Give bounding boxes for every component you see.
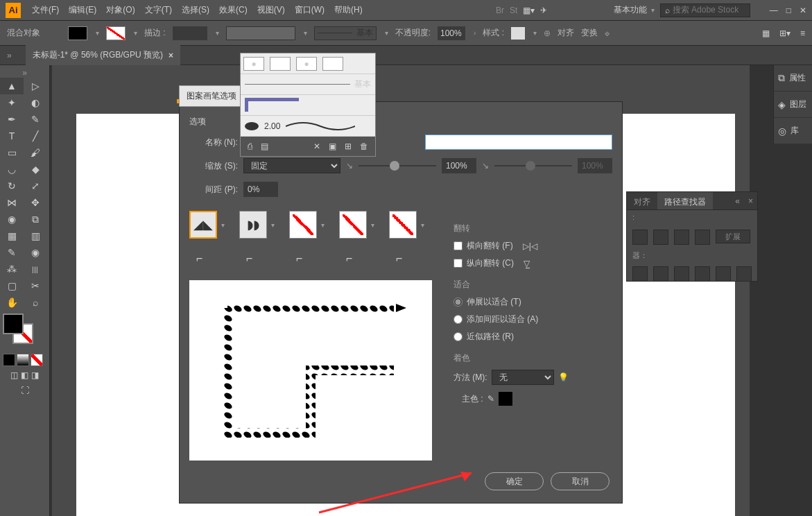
transform-label[interactable]: 变换 xyxy=(581,27,598,39)
document-tab-close-icon[interactable]: × xyxy=(169,51,173,60)
tabbar-chevron-icon[interactable]: » xyxy=(7,51,12,60)
scale-link-icon[interactable]: ↘ xyxy=(482,161,489,171)
align-label[interactable]: 对齐 xyxy=(558,27,574,39)
width-tool[interactable]: ⋈ xyxy=(0,194,24,211)
fit-stretch-radio[interactable] xyxy=(453,298,463,307)
rotate-tool[interactable]: ↻ xyxy=(0,178,24,194)
screen-mode-icon[interactable]: ⛶ xyxy=(21,386,29,395)
bridge-icon[interactable]: Br xyxy=(496,6,504,15)
stock-icon[interactable]: St xyxy=(510,6,517,15)
shape-builder-tool[interactable]: ◉ xyxy=(0,211,24,227)
graph-tool[interactable]: ⫼ xyxy=(24,261,47,277)
option-icon-1[interactable]: ▦ xyxy=(762,28,770,38)
tile-outer-menu[interactable]: ▾ xyxy=(267,221,278,229)
document-tab[interactable]: 未标题-1* @ 56% (RGB/GPU 预览) × xyxy=(26,45,180,65)
workspace-switcher[interactable]: 基本功能 ▾ xyxy=(614,4,654,16)
draw-inside-icon[interactable]: ◨ xyxy=(31,370,39,380)
corner-fit-4[interactable]: ⌐ xyxy=(346,252,363,269)
menu-view[interactable]: 视图(V) xyxy=(253,1,289,19)
tab-align[interactable]: 对齐 xyxy=(627,192,657,209)
maximize-icon[interactable]: □ xyxy=(786,6,791,15)
draw-behind-icon[interactable]: ◧ xyxy=(21,370,28,380)
menu-select[interactable]: 选择(S) xyxy=(178,1,214,19)
corner-fit-2[interactable]: ⌐ xyxy=(246,252,263,269)
gradient-tool[interactable]: ▥ xyxy=(24,227,47,244)
toolbox-chevron-icon[interactable]: » xyxy=(0,68,49,78)
menu-edit[interactable]: 编辑(E) xyxy=(64,1,101,19)
brush-calligraphic-row[interactable]: 2.00 xyxy=(241,116,375,137)
perspective-tool[interactable]: ⧉ xyxy=(24,211,47,227)
cancel-button[interactable]: 取消 xyxy=(551,472,610,490)
pathfinder-merge[interactable] xyxy=(674,266,689,282)
scale-value-input[interactable] xyxy=(442,158,476,173)
arrange-icon[interactable]: ▦▾ xyxy=(523,6,535,15)
fill-swatch[interactable] xyxy=(68,26,87,40)
tile-side[interactable]: ◢◣ xyxy=(189,211,217,239)
paintbrush-tool[interactable]: 🖌 xyxy=(24,144,47,161)
stroke-profile[interactable] xyxy=(226,26,295,40)
pathfinder-divide[interactable] xyxy=(632,266,648,282)
menu-help[interactable]: 帮助(H) xyxy=(330,1,367,19)
panel-libraries[interactable]: ◎库 xyxy=(774,118,812,144)
scale-value-2-input[interactable] xyxy=(578,158,612,173)
tile-side-menu[interactable]: ▾ xyxy=(217,221,228,229)
rectangle-tool[interactable]: ▭ xyxy=(0,144,24,161)
document-setup-icon[interactable]: ⊕ xyxy=(544,28,551,38)
pathfinder-outline[interactable] xyxy=(716,266,731,282)
pathfinder-unite[interactable] xyxy=(632,230,648,245)
tile-inner-menu[interactable]: ▾ xyxy=(317,221,328,229)
brush-definition[interactable]: 基本 xyxy=(314,26,377,40)
free-transform-tool[interactable]: ✥ xyxy=(24,194,47,211)
name-input[interactable] xyxy=(425,135,612,150)
tab-pathfinder[interactable]: 路径查找器 xyxy=(657,192,713,209)
corner-fit-5[interactable]: ⌐ xyxy=(396,252,413,269)
stroke-swatch[interactable] xyxy=(106,26,126,40)
brush-preset-2[interactable] xyxy=(270,57,291,71)
menu-window[interactable]: 窗口(W) xyxy=(291,1,329,19)
scale-flip-icon[interactable]: ↘ xyxy=(346,161,353,171)
panel-layers[interactable]: ◈图层 xyxy=(774,92,812,118)
option-menu-icon[interactable]: ≡ xyxy=(800,28,805,38)
panel-collapse-icon[interactable]: « xyxy=(731,192,744,209)
minimize-icon[interactable]: — xyxy=(770,6,778,15)
transform-icon[interactable]: ⟐ xyxy=(605,28,610,38)
menu-type[interactable]: 文字(T) xyxy=(141,1,176,19)
menu-file[interactable]: 文件(F) xyxy=(28,1,63,19)
brush-delete-icon[interactable]: 🗑 xyxy=(360,141,368,151)
option-icon-2[interactable]: ⊞▾ xyxy=(779,28,791,38)
curvature-tool[interactable]: ✎ xyxy=(24,111,47,128)
colorize-method-select[interactable]: 无 xyxy=(492,370,554,385)
key-color-swatch[interactable] xyxy=(499,392,512,406)
fill-stroke-control[interactable] xyxy=(0,311,49,352)
tile-end[interactable] xyxy=(389,211,417,239)
magic-wand-tool[interactable]: ✦ xyxy=(0,94,24,111)
search-adobe-stock[interactable]: ⌕ 搜索 Adobe Stock xyxy=(660,3,750,17)
menu-object[interactable]: 对象(O) xyxy=(102,1,139,19)
artboard-tool[interactable]: ▢ xyxy=(0,277,24,294)
style-swatch[interactable] xyxy=(511,27,525,40)
brush-remove-icon[interactable]: ✕ xyxy=(313,141,320,151)
pathfinder-expand[interactable]: 扩展 xyxy=(716,230,750,243)
selection-tool[interactable]: ▲ xyxy=(0,78,24,94)
brush-preset-1[interactable]: ● xyxy=(243,57,264,71)
lasso-tool[interactable]: ◐ xyxy=(24,94,47,111)
corner-fit-1[interactable]: ⌐ xyxy=(196,252,213,269)
color-mode-solid[interactable] xyxy=(3,354,15,366)
corner-fit-3[interactable]: ⌐ xyxy=(296,252,313,269)
opacity-input[interactable] xyxy=(438,26,465,40)
brush-basic-row[interactable]: 基本 xyxy=(241,74,375,95)
flip-vertical-checkbox[interactable] xyxy=(453,259,463,268)
colorize-tip-icon[interactable]: 💡 xyxy=(558,372,569,382)
pathfinder-intersect[interactable] xyxy=(674,230,689,245)
pen-tool[interactable]: ✒ xyxy=(0,111,24,128)
direct-selection-tool[interactable]: ▷ xyxy=(24,78,47,94)
tile-outer-corner[interactable]: ◗◗ xyxy=(239,211,267,239)
draw-normal-icon[interactable]: ◫ xyxy=(10,370,18,380)
symbol-sprayer-tool[interactable]: ⁂ xyxy=(0,261,24,277)
brush-preset-4[interactable] xyxy=(322,57,343,71)
hand-tool[interactable]: ✋ xyxy=(0,294,24,311)
pathfinder-crop[interactable] xyxy=(695,266,710,282)
tile-end-menu[interactable]: ▾ xyxy=(417,221,428,229)
zoom-tool[interactable]: ⌕ xyxy=(24,294,47,311)
shaper-tool[interactable]: ◡ xyxy=(0,161,24,178)
